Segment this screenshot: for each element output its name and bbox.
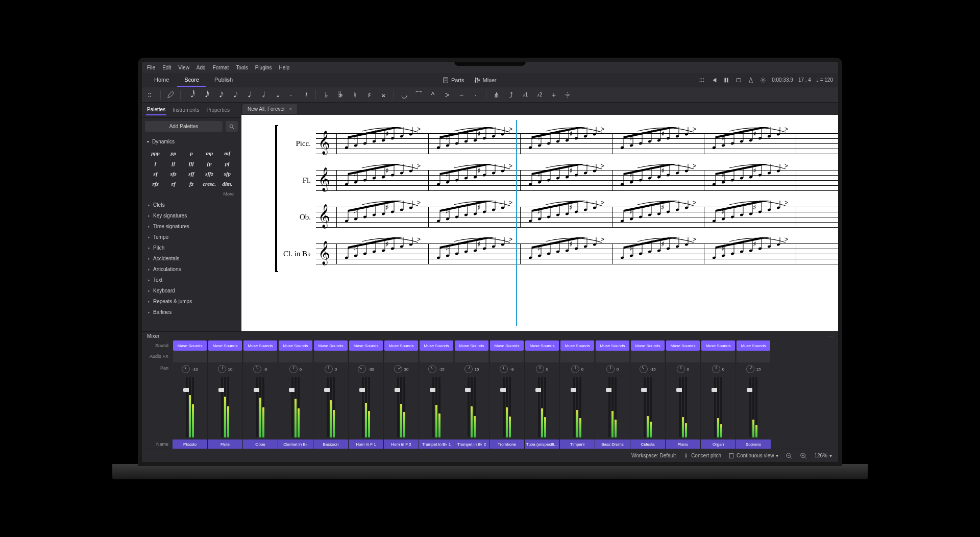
audio-fx-slot[interactable] (525, 351, 559, 362)
palette-keyboard[interactable]: Keyboard (142, 285, 241, 296)
pan-knob[interactable]: .pan-knob::after{transform:translateX(-5… (218, 365, 226, 373)
palette-pitch[interactable]: Pitch (142, 242, 241, 253)
mixer-menu-icon[interactable]: ⋯ (828, 333, 833, 339)
sound-select[interactable]: Muse Sounds (173, 340, 207, 351)
dynamic-fz[interactable]: fz (183, 179, 200, 188)
audio-fx-slot[interactable] (349, 351, 383, 362)
audio-fx-slot[interactable] (666, 351, 700, 362)
staff[interactable]: 𝄞>♯♯>♯♯>♯♯>♯♯>♯♯ (316, 133, 838, 154)
dynamic-sffz[interactable]: sffz (201, 169, 218, 178)
volume-fader[interactable] (468, 377, 470, 437)
channel-name[interactable]: Trumpet in B♭ 1 (419, 440, 454, 449)
menu-view[interactable]: View (178, 65, 189, 70)
rest-icon[interactable]: 𝄽 (301, 91, 309, 99)
sound-select[interactable]: Muse Sounds (384, 340, 418, 351)
gear-icon[interactable] (564, 91, 571, 99)
volume-fader[interactable] (608, 377, 610, 437)
parts-button[interactable]: Parts (442, 77, 464, 84)
menu-format[interactable]: Format (213, 65, 229, 70)
sound-select[interactable]: Muse Sounds (560, 340, 594, 351)
dynamic-rfz[interactable]: rfz (147, 179, 164, 188)
close-icon[interactable]: × (289, 106, 292, 112)
note-half[interactable]: 𝅗𝅥 (258, 91, 266, 99)
channel-name[interactable]: Horn in F 1 (349, 440, 383, 449)
sound-select[interactable]: Muse Sounds (737, 340, 770, 351)
channel-name[interactable]: Flute (208, 440, 242, 449)
search-button[interactable] (226, 121, 238, 132)
audio-fx-slot[interactable] (279, 351, 312, 362)
tuplet-icon[interactable]: ⋔ (493, 91, 501, 99)
sound-select[interactable]: Muse Sounds (701, 340, 735, 351)
volume-fader[interactable] (256, 377, 258, 437)
audio-fx-slot[interactable] (384, 351, 418, 362)
channel-name[interactable]: Bassoon (313, 440, 348, 449)
mixer-toggle-button[interactable]: Mixer (474, 77, 497, 84)
pencil-icon[interactable] (167, 91, 174, 99)
pan-knob[interactable]: .pan-knob::after{transform:translateX(-5… (712, 365, 720, 373)
menu-help[interactable]: Help (279, 65, 290, 70)
dynamic-p[interactable]: p (183, 149, 200, 158)
volume-fader[interactable] (327, 377, 329, 437)
channel-name[interactable]: Soprano (736, 440, 771, 449)
audio-fx-slot[interactable] (490, 351, 524, 362)
dynamic-pp[interactable]: pp (165, 149, 182, 158)
dynamic-f[interactable]: f (147, 159, 164, 168)
staff[interactable]: 𝄞>♯♯>♯♯>♯♯>♯♯>♯♯ (316, 207, 838, 227)
volume-fader[interactable] (538, 377, 540, 437)
palette-clefs[interactable]: Clefs (142, 200, 241, 210)
tie-icon[interactable]: ◡ (400, 91, 408, 99)
metronome-icon[interactable] (747, 77, 754, 84)
zoom-in-icon[interactable] (800, 452, 807, 459)
tenuto-icon[interactable]: − (457, 91, 465, 99)
score-canvas[interactable]: Picc.𝄞>♯♯>♯♯>♯♯>♯♯>♯♯Fl.𝄞>♯♯>♯♯>♯♯>♯♯>♯♯… (241, 115, 838, 331)
play-icon[interactable] (723, 77, 730, 84)
menu-file[interactable]: File (147, 65, 155, 70)
menu-tools[interactable]: Tools (236, 65, 248, 70)
pan-knob[interactable]: .pan-knob::after{transform:translateX(-5… (571, 365, 579, 373)
volume-fader[interactable] (714, 377, 716, 437)
volume-fader[interactable] (573, 377, 575, 437)
accent-icon[interactable]: > (443, 91, 451, 99)
dynamic-fff[interactable]: fff (183, 159, 200, 168)
audio-fx-slot[interactable] (208, 351, 242, 362)
add-palettes-button[interactable]: Add Palettes (145, 121, 223, 132)
dynamic-fp[interactable]: fp (201, 159, 218, 168)
playhead[interactable] (516, 120, 517, 326)
pan-knob[interactable]: .pan-knob::after{transform:translateX(-5… (677, 365, 685, 373)
add-icon[interactable]: + (550, 91, 558, 99)
sound-select[interactable]: Muse Sounds (455, 340, 488, 351)
menu-edit[interactable]: Edit (162, 65, 171, 70)
tab-home[interactable]: Home (147, 74, 176, 87)
dynamic-ff[interactable]: ff (165, 159, 182, 168)
audio-fx-slot[interactable] (420, 351, 453, 362)
zoom-level[interactable]: 126% ▾ (814, 453, 832, 458)
more-link[interactable]: More (147, 190, 236, 198)
channel-name[interactable]: Organ (701, 440, 736, 449)
panel-tab-instruments[interactable]: Instruments (172, 105, 200, 115)
sound-select[interactable]: Muse Sounds (208, 340, 242, 351)
pan-knob[interactable]: .pan-knob::after{transform:translateX(-5… (536, 365, 544, 373)
sound-select[interactable]: Muse Sounds (279, 340, 312, 351)
panel-tab-palettes[interactable]: Palettes (146, 105, 166, 115)
sound-select[interactable]: Muse Sounds (596, 340, 629, 351)
dynamic-cresc[interactable]: cresc. (201, 179, 218, 188)
palette-tempo[interactable]: Tempo (142, 232, 241, 242)
volume-fader[interactable] (749, 377, 751, 437)
view-mode-select[interactable]: Continuous view ▾ (728, 453, 778, 459)
sound-select[interactable]: Muse Sounds (314, 340, 348, 351)
pan-knob[interactable]: .pan-knob::after{transform:translateX(-5… (253, 365, 261, 373)
document-tab[interactable]: New All, Forever × (242, 104, 297, 114)
pan-knob[interactable]: .pan-knob::after{transform:translateX(-5… (640, 365, 648, 373)
grip-icon[interactable] (698, 77, 705, 84)
note-quarter[interactable]: 𝅘𝅥 (244, 91, 252, 99)
natural-icon[interactable]: ♮ (351, 91, 359, 99)
dynamic-pf[interactable]: pf (219, 159, 236, 168)
audio-fx-slot[interactable] (737, 351, 770, 362)
dynamic-mf[interactable]: mf (219, 149, 236, 158)
palette-time-signatures[interactable]: Time signatures (142, 221, 241, 232)
volume-fader[interactable] (397, 377, 399, 437)
marcato-icon[interactable]: ^ (429, 91, 437, 99)
channel-name[interactable]: Trumpet in B♭ 2 (454, 440, 489, 449)
volume-fader[interactable] (644, 377, 646, 437)
grip-icon[interactable] (147, 91, 154, 99)
